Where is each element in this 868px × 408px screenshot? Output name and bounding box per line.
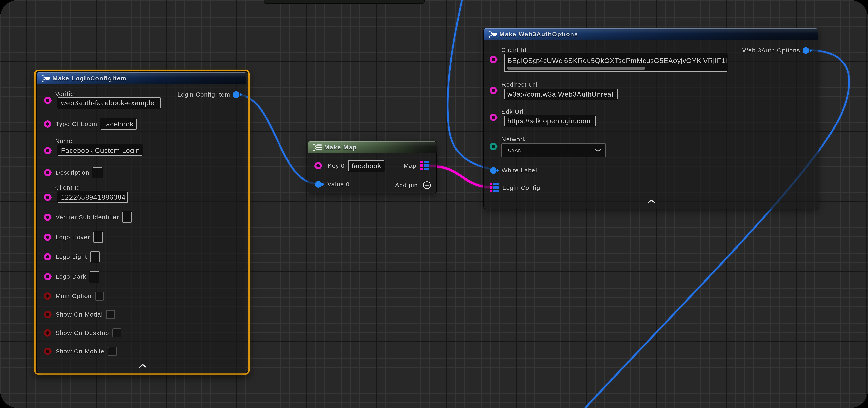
output-pin-login-config-item[interactable]: [233, 91, 240, 98]
pin-label: Verifier: [55, 91, 161, 97]
description-input[interactable]: [93, 167, 102, 178]
pin-row-network: NetworkCYAN: [490, 136, 606, 157]
pin-label: Client Id: [501, 46, 727, 54]
node-make-web3authoptions[interactable]: Make Web3AuthOptions Web 3Auth Options C…: [484, 28, 818, 209]
output-pin-label: Login Config Item: [177, 91, 230, 98]
logo-hover-input[interactable]: [93, 232, 103, 243]
add-pin-row[interactable]: Add pin: [308, 182, 418, 189]
pin-label: Network: [501, 136, 606, 143]
pin-redirect-url[interactable]: [490, 87, 497, 94]
output-pin-map[interactable]: [420, 161, 429, 171]
output-row-map: Map: [308, 162, 416, 169]
collapse-chevron-icon[interactable]: [139, 364, 147, 368]
field-hscrollbar[interactable]: [507, 67, 645, 70]
pin-white-label[interactable]: [490, 167, 497, 174]
blueprint-graph-canvas[interactable]: Make LoginConfigItem Login Config Item V…: [0, 0, 868, 408]
node-title-bar[interactable]: Make Web3AuthOptions: [484, 28, 818, 40]
sdk-url-input[interactable]: https://sdk.openlogin.com: [504, 115, 596, 126]
show-on-mobile-checkbox[interactable]: [108, 347, 117, 356]
network-dropdown[interactable]: CYAN: [501, 143, 606, 157]
add-pin-icon[interactable]: [423, 181, 431, 190]
node-title-bar[interactable]: Make LoginConfigItem: [37, 72, 246, 84]
pin-row-logo-dark: Logo Dark: [44, 271, 99, 282]
pin-logo-dark[interactable]: [44, 273, 51, 280]
type-of-login-input[interactable]: facebook: [101, 118, 136, 130]
pin-label: Logo Light: [56, 253, 87, 260]
pin-login-config[interactable]: [490, 183, 499, 193]
pin-client-id[interactable]: [490, 56, 497, 63]
chevron-down-icon: [595, 148, 601, 152]
pin-client-id[interactable]: [44, 194, 51, 201]
pin-row-name: NameFacebook Custom Login: [44, 138, 142, 156]
pin-row-verifier-sub-identifier: Verifier Sub Identifier: [44, 211, 132, 223]
node-title: Make Map: [324, 144, 357, 151]
pin-network[interactable]: [490, 143, 497, 150]
output-pin-web3auth-options[interactable]: [803, 47, 809, 54]
pin-main-option[interactable]: [44, 293, 51, 300]
pin-row-redirect-url: Redirect Urlw3a://com.w3a.Web3AuthUnreal: [490, 81, 618, 99]
name-input[interactable]: Facebook Custom Login: [58, 145, 142, 156]
verifier-input[interactable]: web3auth-facebook-example: [58, 97, 161, 108]
pin-show-on-mobile[interactable]: [44, 348, 51, 355]
pin-row-description: Description: [44, 167, 102, 178]
pin-show-on-modal[interactable]: [44, 311, 51, 318]
pin-show-on-desktop[interactable]: [44, 329, 51, 337]
pin-sdk-url[interactable]: [490, 114, 497, 121]
pin-label: White Label: [502, 167, 537, 174]
pin-label: Main Option: [56, 293, 92, 300]
pin-label: Logo Hover: [56, 234, 90, 241]
main-option-checkbox[interactable]: [95, 292, 104, 301]
pin-row-logo-hover: Logo Hover: [44, 232, 103, 243]
node-make-loginconfigitem[interactable]: Make LoginConfigItem Login Config Item V…: [36, 72, 246, 373]
add-pin-label: Add pin: [395, 182, 418, 189]
pin-row-white-label: White Label: [490, 165, 537, 176]
node-title-bar[interactable]: Make Map: [308, 141, 437, 154]
pin-label: Show On Modal: [56, 311, 103, 318]
pin-logo-hover[interactable]: [44, 234, 51, 241]
pin-verifier-sub-identifier[interactable]: [44, 213, 51, 221]
logo-light-input[interactable]: [90, 251, 100, 262]
make-struct-icon: [41, 74, 51, 82]
pin-label: Show On Mobile: [56, 348, 104, 355]
redirect-url-input[interactable]: w3a://com.w3a.Web3AuthUnreal: [504, 89, 618, 99]
make-struct-icon: [489, 30, 497, 38]
offscreen-node-bottom[interactable]: [264, 0, 425, 4]
client-id-input[interactable]: 1222658941886084: [58, 192, 128, 203]
pin-label: Description: [56, 169, 89, 176]
pin-row-logo-light: Logo Light: [44, 251, 100, 263]
pin-label: Name: [55, 138, 142, 144]
node-title: Make Web3AuthOptions: [499, 31, 578, 38]
pin-row-sdk-url: Sdk Urlhttps://sdk.openlogin.com: [490, 108, 596, 126]
pin-label: Verifier Sub Identifier: [56, 214, 119, 220]
pin-row-show-on-modal: Show On Modal: [44, 309, 115, 320]
node-make-map[interactable]: Make Map Key 0 facebook Value 0 Map Add …: [308, 141, 437, 193]
pin-label: Client Id: [55, 184, 128, 191]
show-on-desktop-checkbox[interactable]: [113, 329, 121, 337]
pin-description[interactable]: [44, 169, 51, 176]
pin-logo-light[interactable]: [44, 253, 51, 261]
pin-row-client-id: Client Id1222658941886084: [44, 184, 128, 203]
pin-row-verifier: Verifierweb3auth-facebook-example: [44, 91, 161, 108]
verifier-sub-identifier-input[interactable]: [122, 212, 132, 223]
pin-label: Show On Desktop: [56, 330, 109, 336]
pin-row-type-of-login: Type Of Loginfacebook: [44, 118, 136, 130]
pin-label: Login Config: [502, 184, 540, 191]
pin-row-show-on-desktop: Show On Desktop: [44, 327, 121, 339]
pin-label: Logo Dark: [56, 273, 86, 280]
logo-dark-input[interactable]: [90, 271, 99, 282]
collapse-chevron-icon[interactable]: [648, 199, 655, 203]
node-title: Make LoginConfigItem: [53, 75, 127, 82]
make-map-icon: [313, 143, 322, 151]
pin-verifier[interactable]: [44, 97, 51, 104]
pin-row-client-id: Client IdBEglQSgt4cUWcj6SKRdu5QkOXTsePmM…: [490, 46, 727, 72]
pin-row-show-on-mobile: Show On Mobile: [44, 346, 117, 357]
pin-type-of-login[interactable]: [44, 121, 51, 128]
pin-name[interactable]: [44, 147, 51, 154]
output-pin-label: Web 3Auth Options: [742, 47, 800, 54]
pin-label: Redirect Url: [501, 81, 618, 88]
client-id-input[interactable]: BEglQSgt4cUWcj6SKRdu5QkOXTsePmMcusG5EAoy…: [504, 54, 727, 72]
pin-label: Type Of Login: [56, 121, 97, 128]
pin-row-main-option: Main Option: [44, 291, 104, 302]
pin-label: Sdk Url: [501, 108, 596, 115]
show-on-modal-checkbox[interactable]: [106, 310, 115, 319]
